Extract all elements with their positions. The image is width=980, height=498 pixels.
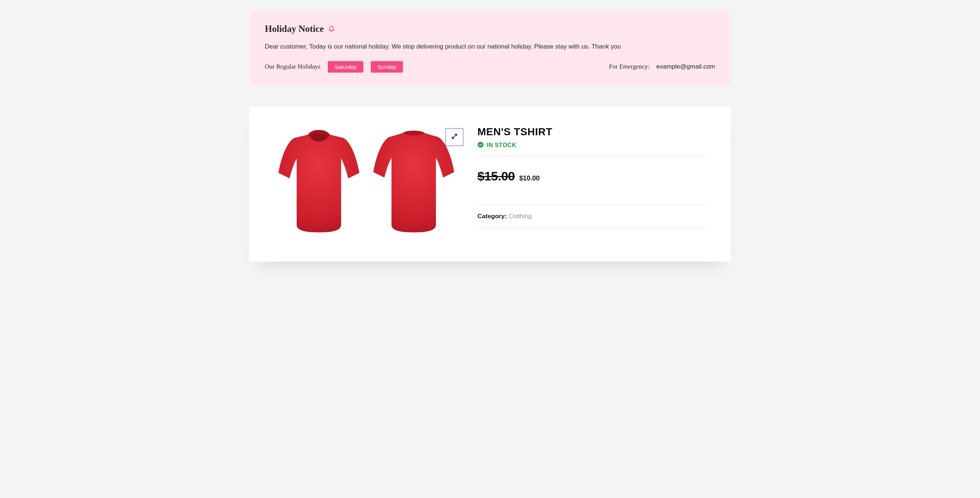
notice-bottom-row: Our Regular Holidays Saturday Sunday For… — [265, 61, 715, 73]
emergency-contact-group: For Emergency: example@gmail.com — [609, 63, 715, 70]
price-current: $10.00 — [519, 174, 539, 182]
notice-title: Holiday Notice — [265, 24, 324, 34]
svg-line-1 — [452, 134, 457, 139]
category-row: Category: Clothing — [477, 205, 710, 228]
svg-point-0 — [311, 133, 327, 141]
emergency-label: For Emergency: — [609, 63, 650, 70]
product-image-back[interactable] — [370, 126, 458, 237]
category-label: Category: — [477, 213, 507, 220]
notice-title-row: Holiday Notice — [265, 24, 715, 34]
notice-holidays-group: Our Regular Holidays Saturday Sunday — [265, 61, 403, 73]
stock-row: IN STOCK — [477, 142, 710, 149]
regular-holidays-label: Our Regular Holidays — [265, 63, 320, 70]
price-original: $15.00 — [477, 169, 515, 184]
holiday-pill-sunday[interactable]: Sunday — [371, 61, 403, 73]
product-card: MEN'S TSHIRT IN STOCK $15.00 $10.00 Cate… — [249, 107, 731, 262]
product-title: MEN'S TSHIRT — [477, 126, 710, 138]
bell-icon — [328, 25, 335, 33]
holiday-pill-saturday[interactable]: Saturday — [328, 61, 363, 73]
emergency-email-link[interactable]: example@gmail.com — [656, 63, 715, 70]
product-image-front[interactable] — [275, 126, 363, 237]
notice-body-text: Dear customer, Today is our national hol… — [265, 42, 715, 51]
price-row: $15.00 $10.00 — [477, 156, 710, 205]
zoom-button[interactable] — [445, 128, 463, 146]
expand-icon — [451, 132, 458, 141]
stock-status-text: IN STOCK — [487, 142, 516, 148]
product-gallery — [270, 126, 463, 237]
category-link[interactable]: Clothing — [509, 213, 531, 220]
svg-point-2 — [478, 142, 484, 147]
holiday-notice-banner: Holiday Notice Dear customer, Today is o… — [249, 11, 731, 86]
check-circle-icon — [477, 142, 484, 149]
product-details: MEN'S TSHIRT IN STOCK $15.00 $10.00 Cate… — [477, 126, 710, 237]
